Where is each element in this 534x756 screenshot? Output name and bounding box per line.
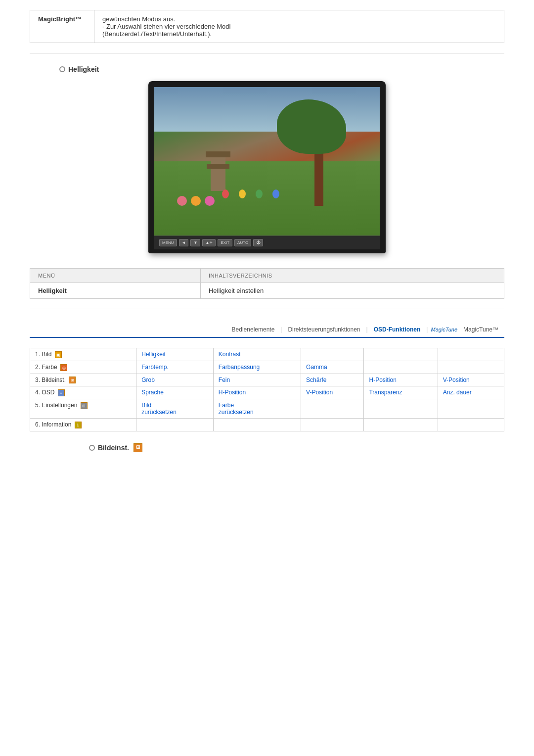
osd-cell-1-5 — [438, 348, 504, 361]
link-schaerfe[interactable]: Schärfe — [306, 377, 326, 383]
osd-cell-transparenz: Transparenz — [364, 386, 438, 399]
lantern-2 — [239, 189, 246, 198]
farbe-icon: ◎ — [60, 364, 67, 371]
monitor-screen — [154, 87, 380, 236]
monitor-illustration: MENU ◄ ▼ ▲☀ EXIT AUTO ⏻ — [30, 81, 504, 253]
osd-row-1: 1. Bild ▣ Helligkeit Kontrast — [30, 348, 504, 361]
osd-cell-6-4 — [364, 419, 438, 431]
garden-bg — [154, 87, 380, 236]
bezel-btn-menu[interactable]: MENU — [159, 239, 177, 246]
osd-cell-hposition: H-Position — [364, 374, 438, 386]
menu-table: MENÜ Inhaltsverzeichnis Helligkeit Helli… — [30, 268, 504, 299]
osd-cell-6-5 — [438, 419, 504, 431]
einstellungen-icon: ⊞ — [81, 402, 88, 409]
osd-row-2: 2. Farbe ◎ Farbtemp. Farbanpassung Gamma — [30, 361, 504, 374]
bild-icon: ▣ — [55, 351, 62, 358]
lanterns — [222, 189, 279, 198]
helligkeit-title: Helligkeit — [30, 65, 504, 73]
link-fein[interactable]: Fein — [219, 377, 230, 383]
tab-magictune[interactable]: MagicTune™ — [457, 324, 504, 335]
link-farbe-reset[interactable]: Farbezurücksetzen — [219, 402, 254, 416]
magicbright-text: gewünschten Modus aus. - Zur Auswahl ste… — [94, 10, 504, 43]
tab-sep-3: | — [426, 326, 428, 333]
bezel-buttons: MENU ◄ ▼ ▲☀ EXIT AUTO ⏻ — [159, 239, 263, 246]
osd-cell-schaerfe: Schärfe — [301, 374, 364, 386]
magicbright-table: MagicBright™ gewünschten Modus aus. - Zu… — [30, 10, 504, 43]
osd-cell-fein: Fein — [213, 374, 301, 386]
link-hposition[interactable]: H-Position — [369, 377, 396, 383]
link-gamma[interactable]: Gamma — [306, 364, 327, 371]
tab-osd-funktionen[interactable]: OSD-Funktionen — [368, 324, 427, 335]
sky — [154, 87, 380, 132]
bezel-btn-left[interactable]: ◄ — [179, 239, 189, 246]
nav-tabs: Bedienelemente | Direktsteuerungsfunktio… — [30, 324, 504, 338]
flowers — [177, 196, 215, 206]
osd-cell-gamma: Gamma — [301, 361, 364, 374]
bezel-btn-brightness[interactable]: ▲☀ — [202, 239, 216, 246]
osd-cell-helligkeit: Helligkeit — [136, 348, 214, 361]
osd-cell-5-2 — [301, 399, 364, 419]
bildeinst-bullet — [89, 445, 95, 451]
osd-cell-anzdauer: Anz. dauer — [438, 386, 504, 399]
link-transparenz[interactable]: Transparenz — [369, 389, 402, 396]
osd-cell-kontrast: Kontrast — [213, 348, 301, 361]
helligkeit-section: Helligkeit — [30, 65, 504, 253]
osd-row-1-label: 1. Bild ▣ — [30, 348, 136, 361]
link-sprache[interactable]: Sprache — [141, 389, 164, 396]
bezel-btn-power[interactable]: ⏻ — [253, 239, 263, 246]
bildeinst-section: Bildeinst. ⊞ — [30, 443, 504, 452]
bildeinst-icon: ⊞ — [69, 377, 76, 383]
osd-cell-sprache: Sprache — [136, 386, 214, 399]
tab-bedienelemente[interactable]: Bedienelemente — [226, 324, 281, 335]
divider-2 — [30, 309, 504, 309]
flower-2 — [191, 196, 201, 206]
menu-col2-header: Inhaltsverzeichnis — [200, 269, 504, 283]
lantern-1 — [222, 189, 229, 198]
osd-cell-farbe-reset: Farbezurücksetzen — [213, 399, 301, 419]
link-osd-vpos[interactable]: V-Position — [306, 389, 333, 396]
link-kontrast[interactable]: Kontrast — [219, 351, 241, 358]
osd-row-5: 5. Einstellungen ⊞ Bildzurücksetzen Farb… — [30, 399, 504, 419]
osd-cell-2-4 — [438, 361, 504, 374]
bezel-btn-auto[interactable]: AUTO — [234, 239, 251, 246]
osd-cell-5-4 — [438, 399, 504, 419]
osd-cell-bild-reset: Bildzurücksetzen — [136, 399, 214, 419]
bezel-btn-exit[interactable]: EXIT — [218, 239, 232, 246]
osd-cell-grob: Grob — [136, 374, 214, 386]
tree-trunk — [314, 146, 323, 206]
tab-magictune-logo: MagicTune — [431, 327, 457, 332]
osd-row-2-label: 2. Farbe ◎ — [30, 361, 136, 374]
osd-row-4-label: 4. OSD ▪ — [30, 386, 136, 399]
osd-cell-vposition: V-Position — [438, 374, 504, 386]
tab-direktsteuerung[interactable]: Direktsteuerungsfunktionen — [282, 324, 366, 335]
osd-row-4: 4. OSD ▪ Sprache H-Position V-Position T… — [30, 386, 504, 399]
osd-row-3-label: 3. Bildeinst. ⊞ — [30, 374, 136, 386]
link-bild-reset[interactable]: Bildzurücksetzen — [141, 402, 177, 416]
link-helligkeit[interactable]: Helligkeit — [141, 351, 166, 358]
menu-row-value: Helligkeit einstellen — [200, 283, 504, 299]
link-anzdauer[interactable]: Anz. dauer — [443, 389, 472, 396]
flower-1 — [177, 196, 187, 206]
osd-cell-1-4 — [364, 348, 438, 361]
osd-cell-1-3 — [301, 348, 364, 361]
osd-cell-5-3 — [364, 399, 438, 419]
osd-cell-osd-vpos: V-Position — [301, 386, 364, 399]
menu-col1-header: MENÜ — [30, 269, 201, 283]
osd-row-5-label: 5. Einstellungen ⊞ — [30, 399, 136, 419]
link-farbanpassung[interactable]: Farbanpassung — [219, 364, 260, 371]
osd-cell-6-1 — [136, 419, 214, 431]
osd-row-6: 6. Information ℹ — [30, 419, 504, 431]
pagoda — [211, 156, 225, 191]
monitor-frame: MENU ◄ ▼ ▲☀ EXIT AUTO ⏻ — [148, 81, 386, 253]
osd-icon: ▪ — [58, 389, 65, 396]
link-farbtemp[interactable]: Farbtemp. — [141, 364, 169, 371]
magicbright-label: MagicBright™ — [30, 10, 94, 43]
osd-cell-6-3 — [301, 419, 364, 431]
flower-3 — [205, 196, 215, 206]
link-osd-hpos[interactable]: H-Position — [219, 389, 246, 396]
bezel-btn-right[interactable]: ▼ — [190, 239, 200, 246]
link-grob[interactable]: Grob — [141, 377, 155, 383]
link-vposition[interactable]: V-Position — [443, 377, 470, 383]
bullet-icon — [59, 66, 65, 72]
information-icon: ℹ — [75, 422, 82, 428]
